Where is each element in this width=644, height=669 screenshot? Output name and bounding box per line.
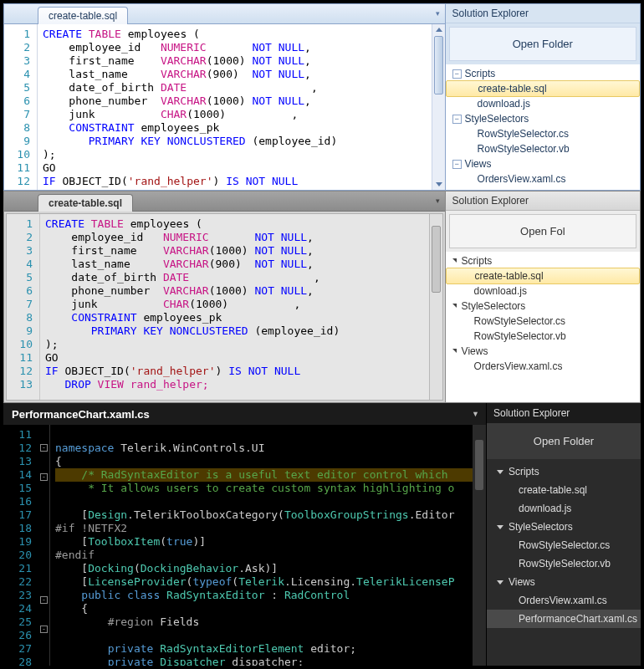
tab-dropdown-icon[interactable]: ▾ — [436, 9, 440, 18]
tree-folder[interactable]: StyleSelectors — [487, 518, 641, 536]
editor-body: 12345678910111213 CREATE TABLE employees… — [6, 213, 443, 401]
tree-file[interactable]: create-table.sql — [446, 268, 640, 284]
tree-file[interactable]: RowStyleSelector.vb — [446, 329, 640, 344]
tree-file[interactable]: OrdersView.xaml.cs — [446, 359, 640, 374]
solution-explorer: Solution Explorer Open Folder Scriptscre… — [486, 403, 641, 666]
tab-dropdown-icon[interactable]: ▼ — [472, 410, 479, 418]
tree-folder[interactable]: −Views — [446, 156, 640, 171]
vertical-scrollbar[interactable] — [473, 425, 486, 666]
tree-label: StyleSelectors — [509, 521, 573, 533]
tree-folder[interactable]: StyleSelectors — [446, 299, 640, 314]
tree-label: RowStyleSelector.cs — [474, 315, 565, 327]
expand-icon[interactable]: − — [452, 115, 462, 124]
file-tree: Scriptscreate-table.sqldownload.jsStyleS… — [487, 459, 641, 666]
expand-icon[interactable]: − — [452, 69, 462, 79]
scrollbar-thumb[interactable] — [434, 36, 443, 94]
expand-icon[interactable] — [452, 349, 457, 353]
tree-label: RowStyleSelector.cs — [478, 128, 569, 140]
open-folder-button[interactable]: Open Fol — [449, 214, 636, 248]
tree-folder[interactable]: Views — [487, 573, 641, 591]
tree-label: create-table.sql — [475, 270, 544, 282]
tree-label: download.js — [519, 503, 571, 514]
editor-tab[interactable]: create-table.sql — [38, 7, 128, 24]
editor-tab[interactable]: PerformanceChart.xaml.cs — [12, 408, 150, 421]
theme-gray-pane: create-table.sql ▾ 12345678910111213 CRE… — [3, 191, 641, 403]
tree-label: Views — [462, 345, 488, 357]
tab-dropdown-icon[interactable]: ▾ — [436, 197, 440, 205]
tree-label: create-table.sql — [478, 83, 547, 94]
open-folder-button[interactable]: Open Folder — [449, 27, 636, 61]
code-area[interactable]: CREATE TABLE employees ( employee_id NUM… — [38, 24, 432, 190]
code-area[interactable]: namespace Telerik.WinControls.UI { /* Ra… — [50, 425, 473, 666]
scrollbar-thumb[interactable] — [475, 440, 483, 490]
tab-bar: create-table.sql ▾ — [4, 4, 445, 24]
editor-body: 1112131415161718192021222324252627282930… — [3, 425, 486, 666]
editor-body: 123456789101112 CREATE TABLE employees (… — [4, 24, 445, 190]
editor-tab[interactable]: create-table.sql — [38, 194, 133, 212]
tree-file[interactable]: download.js — [487, 499, 641, 518]
editor-panel: PerformanceChart.xaml.cs ▼ 1112131415161… — [3, 403, 486, 666]
tree-file[interactable]: RowStyleSelector.cs — [487, 536, 641, 554]
editor-panel: create-table.sql ▾ 123456789101112 CREAT… — [4, 4, 445, 190]
theme-dark-pane: PerformanceChart.xaml.cs ▼ 1112131415161… — [3, 403, 641, 666]
vertical-scrollbar[interactable] — [429, 214, 442, 400]
tree-file[interactable]: OrdersView.xaml.cs — [487, 591, 641, 610]
tree-file[interactable]: RowStyleSelector.cs — [446, 314, 640, 329]
file-tree: Scriptscreate-table.sqldownload.jsStyleS… — [446, 252, 640, 402]
tree-file[interactable]: download.js — [446, 96, 640, 111]
line-gutter: 12345678910111213 — [7, 214, 40, 400]
tree-label: download.js — [478, 98, 530, 110]
tree-label: create-table.sql — [519, 484, 587, 496]
expand-icon[interactable] — [452, 258, 457, 263]
solution-explorer: Solution Explorer Open Folder −Scriptscr… — [445, 4, 640, 190]
chevron-down-icon[interactable] — [497, 525, 503, 529]
tree-folder[interactable]: Scripts — [487, 462, 641, 481]
tab-bar: create-table.sql ▾ — [4, 192, 445, 212]
tree-label: Scripts — [509, 466, 539, 477]
tree-file[interactable]: RowStyleSelector.vb — [487, 554, 641, 573]
tree-label: StyleSelectors — [462, 300, 526, 312]
tree-file[interactable]: RowStyleSelector.cs — [446, 126, 640, 141]
tree-folder[interactable]: −StyleSelectors — [446, 111, 640, 126]
chevron-down-icon[interactable] — [497, 580, 503, 585]
tree-file[interactable]: PerformanceChart.xaml.cs — [487, 610, 641, 628]
tree-label: OrdersView.xaml.cs — [478, 173, 566, 185]
vertical-scrollbar[interactable] — [432, 24, 445, 190]
tree-label: OrdersView.xaml.cs — [519, 595, 607, 606]
editor-panel: create-table.sql ▾ 12345678910111213 CRE… — [4, 192, 445, 402]
explorer-title: Solution Explorer — [446, 4, 640, 23]
expand-icon[interactable]: − — [452, 160, 462, 169]
theme-blue-pane: create-table.sql ▾ 123456789101112 CREAT… — [3, 3, 641, 191]
tree-folder[interactable]: Views — [446, 344, 640, 359]
expand-icon[interactable] — [452, 304, 457, 308]
tree-folder[interactable]: Scripts — [446, 253, 640, 268]
tree-label: RowStyleSelector.vb — [474, 330, 566, 342]
tree-file[interactable]: download.js — [446, 283, 640, 299]
tree-label: download.js — [474, 285, 527, 297]
tree-label: StyleSelectors — [465, 113, 529, 125]
tree-file[interactable]: RowStyleSelector.vb — [446, 141, 640, 156]
fold-column[interactable]: ---- — [38, 425, 50, 666]
file-tree: −Scriptscreate-table.sqldownload.js−Styl… — [446, 64, 640, 190]
tree-label: OrdersView.xaml.cs — [474, 360, 563, 372]
tree-label: Scripts — [465, 68, 496, 79]
line-gutter: 123456789101112 — [4, 24, 38, 190]
tree-file[interactable]: create-table.sql — [487, 481, 641, 499]
tree-folder[interactable]: −Scripts — [446, 66, 640, 81]
tree-label: RowStyleSelector.cs — [519, 539, 610, 551]
tree-label: Views — [465, 158, 492, 170]
tree-label: RowStyleSelector.vb — [519, 558, 611, 569]
tree-file[interactable]: OrdersView.xaml.cs — [446, 171, 640, 186]
explorer-title: Solution Explorer — [487, 403, 641, 423]
tree-label: Views — [509, 576, 535, 588]
explorer-title: Solution Explorer — [446, 192, 640, 211]
line-gutter: 1112131415161718192021222324252627282930 — [3, 425, 38, 666]
tree-label: Scripts — [462, 255, 493, 267]
tab-bar: PerformanceChart.xaml.cs ▼ — [3, 403, 486, 425]
tree-file[interactable]: create-table.sql — [446, 80, 640, 97]
open-folder-button[interactable]: Open Folder — [487, 423, 641, 459]
tree-label: RowStyleSelector.vb — [478, 143, 570, 155]
chevron-down-icon[interactable] — [497, 470, 503, 474]
code-area[interactable]: CREATE TABLE employees ( employee_id NUM… — [40, 214, 429, 400]
scrollbar-thumb[interactable] — [432, 226, 441, 293]
